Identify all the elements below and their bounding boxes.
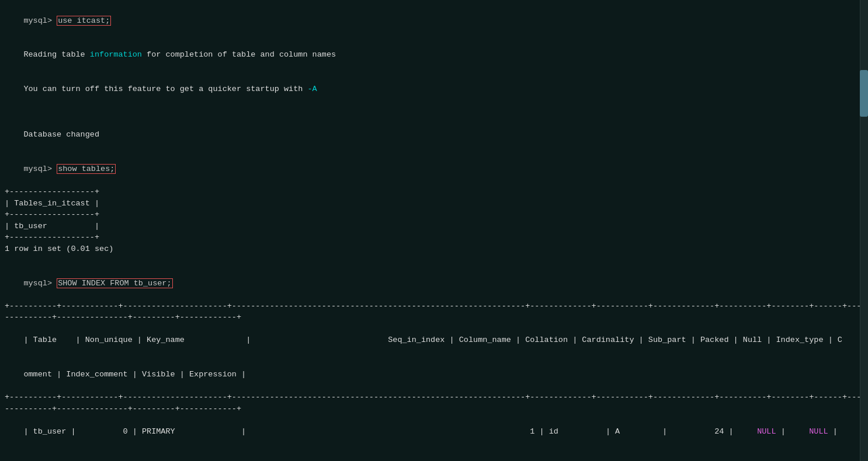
- text-for-completion: for completion of table and column names: [142, 50, 336, 59]
- line-blank-1: [5, 106, 863, 118]
- text-reading: Reading table: [23, 50, 89, 59]
- terminal: mysql> use itcast; Reading table informa…: [0, 0, 868, 461]
- line-tb-user: | tb_user |: [5, 221, 863, 232]
- line-divider-mid-long: +----------+------------+---------------…: [5, 392, 863, 403]
- line-dbchanged: Database changed: [5, 118, 863, 152]
- text-turnoff: You can turn off this feature to get a q…: [23, 85, 307, 93]
- line-3: You can turn off this feature to get a q…: [5, 72, 863, 106]
- data-row-1b: | | YES | NULL |: [5, 449, 863, 461]
- line-rowcount-1: 1 row in set (0.01 sec): [5, 243, 863, 255]
- line-border-1: +------------------+: [5, 186, 863, 198]
- line-header-index: | Table | Non_unique | Key_name | Seq_in…: [5, 323, 863, 358]
- line-divider-mid-short: ----------+---------------+---------+---…: [5, 403, 863, 415]
- scrollbar[interactable]: [860, 0, 868, 461]
- line-divider-top-long: +----------+------------+---------------…: [5, 301, 863, 312]
- line-divider-top-short: ----------+---------------+---------+---…: [5, 312, 863, 323]
- line-show-index: mysql> SHOW INDEX FROM tb_user;: [5, 266, 863, 301]
- cmd-show-index: SHOW INDEX FROM tb_user;: [57, 278, 172, 288]
- line-border-3: +------------------+: [5, 232, 863, 243]
- line-header-tables: | Tables_in_itcast |: [5, 198, 863, 209]
- line-2: Reading table information for completion…: [5, 38, 863, 72]
- line-border-2: +------------------+: [5, 209, 863, 221]
- data-row-1a: | tb_user | 0 | PRIMARY | 1 | id | A | 2…: [5, 414, 863, 449]
- line-header-index2: omment | Index_comment | Visible | Expre…: [5, 357, 863, 392]
- line-blank-2: [5, 254, 863, 266]
- prompt-1: mysql>: [23, 16, 57, 25]
- line-show-tables: mysql> show tables;: [5, 152, 863, 186]
- text-information: information: [90, 50, 142, 59]
- text-db-changed: Database changed: [23, 130, 99, 139]
- prompt-3: mysql>: [23, 279, 57, 288]
- scrollbar-thumb[interactable]: [860, 70, 868, 117]
- cmd-use-itcast: use itcast;: [57, 16, 111, 26]
- line-1: mysql> use itcast;: [5, 4, 863, 38]
- text-flag-a: -A: [308, 85, 317, 93]
- prompt-2: mysql>: [23, 165, 57, 173]
- cmd-show-tables: show tables;: [57, 164, 116, 174]
